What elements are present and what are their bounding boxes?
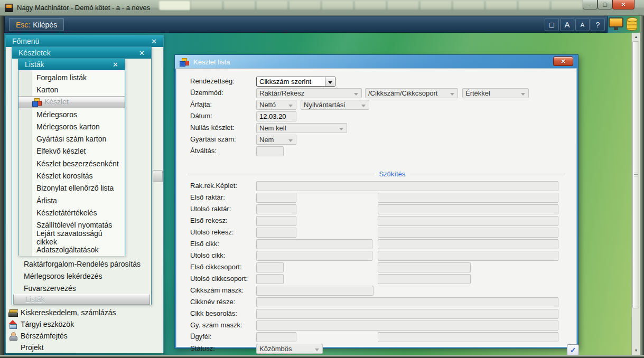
font-decrease-button[interactable]: A xyxy=(575,18,590,31)
elso-raktar-name-input[interactable] xyxy=(378,193,558,203)
close-button[interactable]: ✕ xyxy=(612,0,634,10)
fomenu-scrollbar-thumb[interactable] xyxy=(153,170,163,182)
database-icon[interactable] xyxy=(627,17,637,31)
list-item[interactable]: Elfekvő készlet xyxy=(18,145,125,157)
scroll-down-button[interactable]: ▼ xyxy=(632,347,640,354)
list-item[interactable]: Készlet xyxy=(18,96,125,108)
cikknev-resze-input[interactable] xyxy=(256,297,558,307)
rendezettseg-select[interactable]: Cikkszám szerint xyxy=(256,77,335,87)
utolso-rekesz-code-input[interactable] xyxy=(256,228,296,238)
utolso-cikk-name-input[interactable] xyxy=(378,251,558,261)
ugyfel-code-input[interactable] xyxy=(256,332,296,342)
select-value: Nem kell xyxy=(259,124,286,132)
atvaltas-input[interactable] xyxy=(256,146,284,156)
window-frame-bottom xyxy=(0,355,644,358)
scrollbar-thumb[interactable] xyxy=(632,41,639,308)
list-item[interactable]: Árlista xyxy=(18,194,125,206)
menu-item[interactable]: Mérlegsoros lekérdezés xyxy=(12,270,151,282)
list-item[interactable]: Adatszolgáltatások xyxy=(18,243,125,256)
font-increase-button[interactable]: A xyxy=(560,18,574,31)
close-icon[interactable]: ✕ xyxy=(113,61,118,69)
nullas-keszlet-select[interactable]: Nem kell xyxy=(256,123,347,133)
dialog-close-button[interactable]: ✕ xyxy=(553,56,573,66)
utolso-raktar-code-input[interactable] xyxy=(256,204,296,214)
window-mode-button[interactable]: ▢ xyxy=(545,18,559,31)
cikkszam-maszk-input[interactable] xyxy=(256,286,374,296)
ugyfel-name-input[interactable] xyxy=(378,332,558,342)
utolso-rekesz-name-input[interactable] xyxy=(378,228,558,238)
menu-item[interactable]: Fuvarszervezés xyxy=(12,282,151,294)
list-item-label: Készlet xyxy=(44,98,69,106)
ertekkel-select[interactable]: Értékkel xyxy=(462,88,529,98)
check-icon: ✓ xyxy=(570,346,576,354)
elso-cikkcsoport-name-input[interactable] xyxy=(378,262,471,272)
menu-item[interactable]: Bérszámfejtés xyxy=(6,330,163,342)
list-item-label: Mérlegsoros xyxy=(36,110,77,119)
cubes-icon xyxy=(32,98,42,106)
cikk-besorolas-input[interactable] xyxy=(256,309,558,319)
exit-button[interactable]: Esc: Kilépés xyxy=(9,18,64,31)
elso-cikk-code-input[interactable] xyxy=(256,239,372,249)
panel-listak-body: Forgalom listák Karton Készlet Mérlegsor… xyxy=(18,70,125,256)
utolso-cikkcsoport-name-input[interactable] xyxy=(378,274,471,284)
statusz-select[interactable]: Közömbös xyxy=(256,344,323,354)
uzemmod-select[interactable]: Raktár/Rekesz xyxy=(256,88,362,98)
utolso-cikk-code-input[interactable] xyxy=(256,251,372,261)
menu-item[interactable]: Tárgyi eszközök xyxy=(6,318,163,330)
utolso-cikkcsoport-code-input[interactable] xyxy=(256,274,284,284)
elso-raktar-code-input[interactable] xyxy=(256,193,296,203)
panel-listak-header[interactable]: Listák ✕ xyxy=(18,59,125,70)
elso-cikkcsoport-code-input[interactable] xyxy=(256,262,284,272)
ar-tipus-select[interactable]: Nyilvántartási xyxy=(301,100,369,110)
elso-rekesz-code-input[interactable] xyxy=(256,216,296,226)
panel-fomenu-header[interactable]: Főmenü ✕ xyxy=(6,35,163,47)
close-icon[interactable]: ✕ xyxy=(139,49,145,57)
keszletek-item-list: Raktárforgalom-Rendelés párosítás Mérleg… xyxy=(12,258,151,294)
panel-keszletek-header[interactable]: Készletek ✕ xyxy=(12,47,151,59)
monitor-icon[interactable] xyxy=(609,17,623,27)
list-item[interactable]: Bizonylat ellenőrző lista xyxy=(18,182,125,194)
esc-key-label: Esc: xyxy=(16,21,30,29)
list-item[interactable]: Készletátértékelés xyxy=(18,206,125,219)
utolso-raktar-name-input[interactable] xyxy=(378,204,558,214)
dialog-body: Rendezettség: Cikkszám szerint Üzemmód: … xyxy=(176,69,576,347)
gyartasi-szam-select[interactable]: Nem xyxy=(256,135,296,145)
elso-rekesz-name-input[interactable] xyxy=(378,216,558,226)
list-item[interactable]: Karton xyxy=(18,83,125,96)
menu-item-icon xyxy=(8,308,17,317)
list-item[interactable]: Mérlegsoros karton xyxy=(18,120,125,133)
list-item[interactable]: Forgalom listák xyxy=(18,71,125,83)
menu-item[interactable]: Kiskereskedelem, számlázás xyxy=(6,307,163,318)
uzemmod-detail-select[interactable]: /Cikkszám/Cikkcsoport xyxy=(365,88,458,98)
arfajta-select[interactable]: Nettó xyxy=(256,100,296,110)
scroll-up-button[interactable]: ▲ xyxy=(632,33,640,40)
dialog-titlebar[interactable]: Készlet lista ✕ xyxy=(175,55,578,69)
menu-item[interactable]: Projekt xyxy=(6,342,163,353)
list-item[interactable]: Készlet beszerzésenként xyxy=(18,157,125,169)
maximize-button[interactable]: ▢ xyxy=(598,0,612,10)
help-button[interactable]: ? xyxy=(591,18,605,31)
menu-item[interactable]: Raktárforgalom-Rendelés párosítás xyxy=(12,258,151,270)
field-label: Árfajta: xyxy=(190,100,212,108)
list-item[interactable]: Lejárt szavatosságú cikkek xyxy=(18,231,125,243)
list-item[interactable]: Mérlegsoros xyxy=(18,108,125,120)
menu-item-label: Kiskereskedelem, számlázás xyxy=(21,308,116,317)
elso-cikk-name-input[interactable] xyxy=(378,239,558,249)
rak-rek-keplet-input[interactable] xyxy=(256,181,558,191)
minimize-icon: – xyxy=(589,2,592,7)
close-icon[interactable]: ✕ xyxy=(151,37,157,45)
field-label: Első cikk: xyxy=(190,240,219,248)
window-controls: – ▢ ✕ xyxy=(583,0,634,10)
vertical-scrollbar[interactable]: ▲ ▼ xyxy=(631,33,640,355)
listak-collapsed-button[interactable]: Listák xyxy=(13,294,150,305)
confirm-button[interactable]: ✓ xyxy=(567,344,579,356)
minimize-button[interactable]: – xyxy=(583,0,598,10)
select-value: Közömbös xyxy=(259,345,292,353)
list-item[interactable]: Készlet korosítás xyxy=(18,169,125,182)
section-divider-label: Szűkítés xyxy=(374,170,410,178)
gy-szam-maszk-input[interactable] xyxy=(256,321,558,331)
datum-input[interactable]: 12.03.20 xyxy=(256,111,296,121)
list-item[interactable]: Gyártási szám karton xyxy=(18,133,125,145)
maximize-icon: ▢ xyxy=(602,2,607,7)
field-label: Cikkszám maszk: xyxy=(190,286,244,294)
